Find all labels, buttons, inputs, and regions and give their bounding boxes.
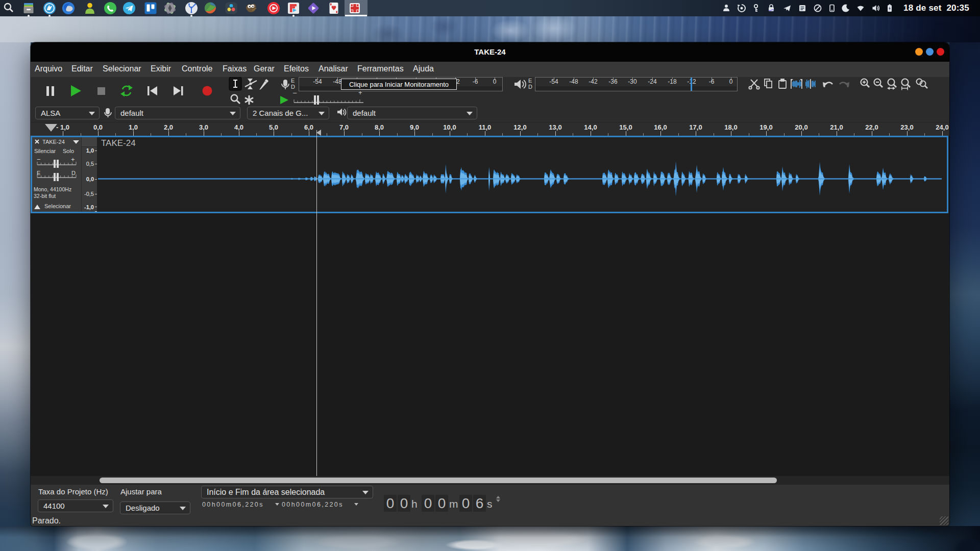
svg-text:–: – (293, 89, 297, 96)
